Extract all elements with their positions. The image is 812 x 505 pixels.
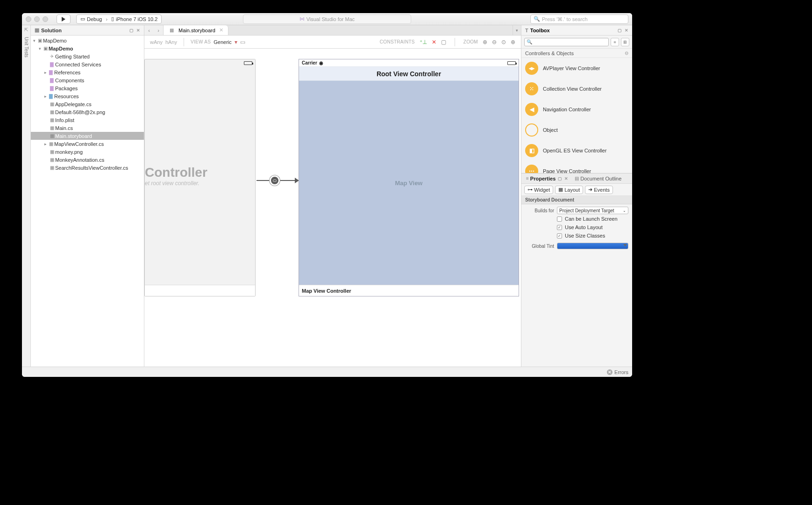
builds-for-select[interactable]: Project Deployment Target⌄ bbox=[557, 207, 628, 214]
toolbox-item[interactable]: ◂▸AVPlayer View Controller bbox=[521, 58, 632, 79]
map-view-controller-scene[interactable]: Carrier ◉ Root View Controller Map View … bbox=[299, 59, 519, 296]
tree-item[interactable]: ▇Components bbox=[31, 76, 144, 84]
close-icon[interactable]: ✕ bbox=[136, 28, 140, 33]
tab-properties[interactable]: ≡Properties▢✕ bbox=[523, 174, 571, 183]
minimize-icon[interactable] bbox=[34, 16, 40, 22]
dock-icon[interactable]: ▢ bbox=[618, 28, 622, 33]
segue-arrow[interactable] bbox=[256, 175, 299, 186]
tree-item[interactable]: ▇Packages bbox=[31, 84, 144, 92]
nav-back-button[interactable]: ‹ bbox=[144, 28, 154, 33]
run-target-selector[interactable]: ▭ Debug › ▯ iPhone 7 iOS 10.2 bbox=[76, 14, 162, 24]
size-class-h[interactable]: hAny bbox=[165, 39, 177, 45]
errors-button[interactable]: Errors bbox=[614, 369, 628, 375]
expand-icon[interactable]: ▾ bbox=[37, 46, 42, 51]
navigation-controller-scene[interactable]: Controller et root view controller. bbox=[144, 59, 256, 296]
close-icon[interactable]: ✕ bbox=[564, 176, 568, 181]
tree-project[interactable]: ▾ ▣ MapDemo bbox=[31, 44, 144, 52]
tree-item[interactable]: ▸▇References bbox=[31, 68, 144, 76]
collection-icon: ⁙ bbox=[525, 82, 538, 95]
frame-icon[interactable]: ▢ bbox=[441, 39, 446, 45]
tree-item[interactable]: ▦monkey.png bbox=[31, 148, 144, 156]
toolbox-item[interactable]: ⋯Page View Controller bbox=[521, 161, 632, 173]
checkbox-auto-layout[interactable]: ✓ bbox=[557, 225, 562, 230]
tree-item[interactable]: ▦SearchResultsViewController.cs bbox=[31, 164, 144, 172]
expand-icon[interactable]: ▸ bbox=[43, 94, 48, 99]
folder-icon: ▇ bbox=[49, 86, 55, 91]
toolbox-item[interactable]: ◀Navigation Controller bbox=[521, 99, 632, 120]
zoom-out-icon[interactable]: ⊖ bbox=[492, 39, 497, 45]
zoom-fit-icon[interactable]: ⊕ bbox=[483, 39, 487, 45]
tree-item[interactable]: ▦AppDelegate.cs bbox=[31, 100, 144, 108]
toolbox-item[interactable]: ⁙Collection View Controller bbox=[521, 79, 632, 99]
editor-tab[interactable]: ▦ Main.storyboard ✕ bbox=[164, 25, 228, 35]
zoom-in-icon[interactable]: ⊕ bbox=[511, 39, 515, 45]
solution-icon: ▦ bbox=[35, 27, 39, 33]
toolbox-category[interactable]: Controllers & Objects ⊖ bbox=[521, 49, 632, 58]
tree-item[interactable]: ▦Info.plist bbox=[31, 116, 144, 124]
tree-item[interactable]: ▸▦MapViewController.cs bbox=[31, 140, 144, 148]
tree-item[interactable]: ▦MonkeyAnnotation.cs bbox=[31, 156, 144, 164]
dock-icon[interactable]: ▢ bbox=[558, 176, 562, 181]
close-icon[interactable]: ✕ bbox=[219, 27, 223, 33]
tree-solution-root[interactable]: ▾ ▣ MapDemo bbox=[31, 36, 144, 44]
tree-item[interactable]: ▇Connected Services bbox=[31, 60, 144, 68]
close-icon[interactable] bbox=[26, 16, 31, 22]
remove-constraint-icon[interactable]: ✕ bbox=[432, 39, 436, 45]
checkbox-launch-screen[interactable] bbox=[557, 216, 562, 222]
expand-icon[interactable]: ▸ bbox=[43, 142, 48, 146]
search-input[interactable] bbox=[542, 16, 625, 22]
grid-view-button[interactable]: ⊞ bbox=[621, 38, 629, 46]
nav-forward-button[interactable]: › bbox=[154, 28, 163, 33]
collapse-icon[interactable]: ⊖ bbox=[625, 50, 628, 56]
tree-item[interactable]: ✈Getting Started bbox=[31, 52, 144, 60]
expand-icon[interactable]: ▾ bbox=[32, 38, 36, 43]
csharp-icon: ▦ bbox=[49, 101, 55, 107]
toolbox-search-field[interactable] bbox=[532, 39, 606, 45]
global-tint-picker[interactable] bbox=[557, 243, 628, 249]
solution-icon: ▣ bbox=[36, 38, 43, 43]
expand-icon[interactable]: ▸ bbox=[43, 70, 48, 75]
tab-document-outline[interactable]: ▤Document Outline bbox=[572, 174, 624, 183]
checkbox-label: Use Size Classes bbox=[565, 233, 605, 238]
zoom-icon[interactable] bbox=[43, 16, 48, 22]
solution-pane: ▦ Solution ▢ ✕ ▾ ▣ MapDemo ▾ ▣ MapDemo bbox=[31, 25, 144, 367]
size-class-w[interactable]: wAny bbox=[150, 39, 163, 45]
tree-item[interactable]: ▦Main.cs bbox=[31, 124, 144, 132]
subtab-layout[interactable]: ▦Layout bbox=[555, 186, 583, 194]
list-view-button[interactable]: ≡ bbox=[611, 38, 619, 46]
close-icon[interactable]: ✕ bbox=[625, 28, 628, 33]
toolbox-item[interactable]: ◧OpenGL ES View Controller bbox=[521, 140, 632, 161]
tree-item[interactable]: ▦Default-568h@2x.png bbox=[31, 108, 144, 116]
view-as-value[interactable]: Generic bbox=[214, 39, 232, 45]
dock-icon[interactable]: ▢ bbox=[129, 28, 134, 33]
unit-tests-tab[interactable]: Unit Tests bbox=[24, 37, 29, 58]
toolbox-object-list: ◂▸AVPlayer View Controller ⁙Collection V… bbox=[521, 58, 632, 173]
folder-icon: ▇ bbox=[49, 78, 55, 83]
tree-item[interactable]: ▸▇Resources bbox=[31, 92, 144, 100]
orientation-icon[interactable]: ▭ bbox=[240, 39, 245, 45]
subtab-widget[interactable]: ⊶Widget bbox=[524, 186, 553, 194]
toolbox-item[interactable]: Object bbox=[521, 120, 632, 140]
storyboard-canvas[interactable]: Controller et root view controller. Carr… bbox=[144, 49, 521, 367]
solution-tree[interactable]: ▾ ▣ MapDemo ▾ ▣ MapDemo ✈Getting Started… bbox=[31, 36, 144, 367]
run-button[interactable] bbox=[57, 14, 71, 24]
tree-label: Getting Started bbox=[55, 54, 90, 59]
pin-icon[interactable]: ⇱ bbox=[24, 27, 28, 32]
tree-label: Resources bbox=[54, 94, 79, 99]
chevron-down-icon[interactable]: ▾ bbox=[235, 39, 237, 45]
device-icon: ▯ bbox=[111, 16, 114, 22]
search-icon: 🔍 bbox=[527, 39, 532, 44]
checkbox-size-classes[interactable]: ✓ bbox=[557, 233, 562, 238]
segue-icon bbox=[270, 175, 280, 186]
zoom-actual-icon[interactable]: ⊙ bbox=[501, 39, 506, 45]
tree-item-selected[interactable]: ▦Main.storyboard bbox=[31, 132, 144, 140]
tab-overflow-button[interactable]: ▾ bbox=[513, 25, 521, 35]
add-constraint-icon[interactable]: ⁺⊥ bbox=[420, 39, 427, 45]
status-display: ⋈ Visual Studio for Mac bbox=[243, 14, 411, 24]
map-view[interactable]: Map View bbox=[299, 81, 519, 285]
tree-label: MonkeyAnnotation.cs bbox=[55, 157, 104, 163]
subtab-events[interactable]: ➜Events bbox=[585, 186, 613, 194]
global-search[interactable]: 🔍 bbox=[530, 14, 628, 24]
toolbox-search-input[interactable]: 🔍 bbox=[524, 38, 609, 46]
plist-icon: ▦ bbox=[49, 117, 55, 123]
